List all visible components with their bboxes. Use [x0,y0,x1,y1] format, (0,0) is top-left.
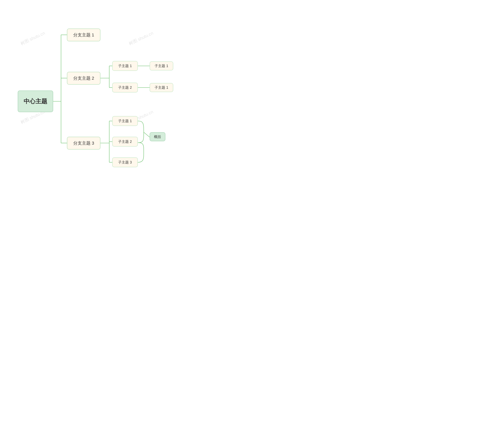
branch2-node[interactable]: 分支主题 2 [67,72,101,85]
watermark-2: 树图 shutu.cn [128,30,154,47]
mind-map-canvas: 树图 shutu.cn 树图 shutu.cn 树图 shutu.cn 树图 s… [0,0,252,212]
b3-sub3-node[interactable]: 子主题 3 [112,157,138,167]
b2-sub1-leaf-node[interactable]: 子主题 1 [150,61,173,70]
branch3-node[interactable]: 分支主题 3 [67,137,101,150]
b2-sub2-leaf-node[interactable]: 子主题 1 [150,83,173,92]
branch1-node[interactable]: 分支主题 1 [67,29,101,41]
b2-sub1-node[interactable]: 子主题 1 [112,61,138,71]
b2-sub2-node[interactable]: 子主题 2 [112,83,138,93]
watermark-1: 树图 shutu.cn [20,30,46,47]
b3-sub2-node[interactable]: 子主题 2 [112,137,138,147]
summary-node[interactable]: 概括 [150,132,165,141]
center-node[interactable]: 中心主题 [18,91,53,112]
b3-sub1-node[interactable]: 子主题 1 [112,116,138,126]
